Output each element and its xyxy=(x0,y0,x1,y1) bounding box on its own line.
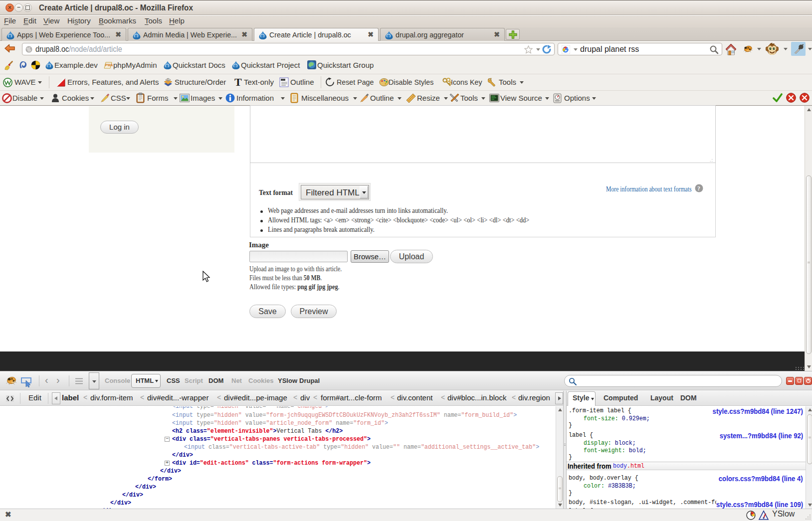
svg-text:PMA: PMA xyxy=(105,63,113,67)
svg-text:?: ? xyxy=(697,185,700,192)
